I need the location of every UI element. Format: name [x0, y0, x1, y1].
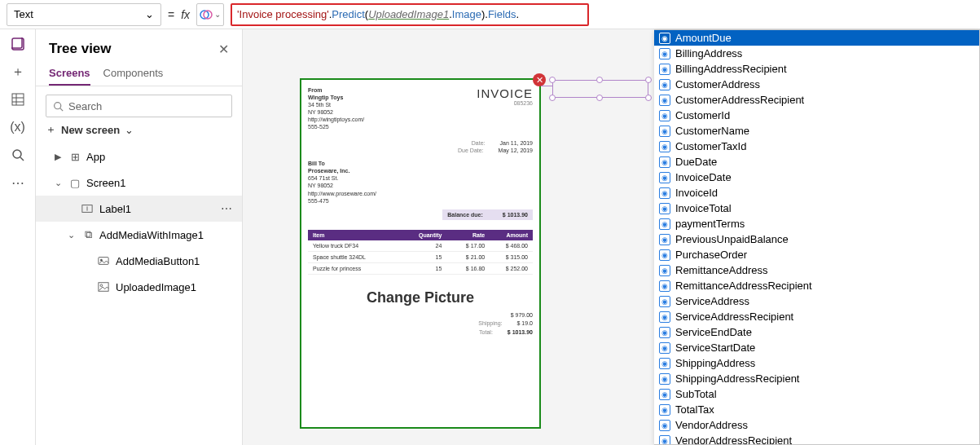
media-button-icon [98, 255, 111, 267]
chevron-down-icon[interactable]: ⌄ [65, 230, 77, 240]
variables-icon[interactable]: (x) [10, 119, 26, 135]
label-icon [81, 203, 94, 214]
intellisense-label: CustomerTaxId [675, 140, 746, 152]
intellisense-label: RemittanceAddressRecipient [675, 280, 812, 292]
screen-icon: ▢ [68, 177, 81, 189]
invoice-preview: From Wingtip Toys 34 5th St NY 98052 htt… [308, 86, 533, 421]
intellisense-item[interactable]: ◉BillingAddressRecipient [654, 61, 979, 77]
intellisense-label: InvoiceDate [675, 171, 732, 183]
tree-item-screen1[interactable]: ⌄ ▢ Screen1 [36, 170, 242, 196]
insert-icon[interactable]: ＋ [10, 64, 26, 80]
tree-search[interactable]: Search [46, 95, 232, 117]
copilot-button[interactable]: ⌄ [196, 3, 224, 26]
chevron-down-icon: ⌄ [214, 10, 221, 19]
intellisense-item[interactable]: ◉InvoiceTotal [654, 200, 979, 216]
field-icon: ◉ [659, 420, 670, 431]
fx-icon[interactable]: fx [181, 8, 190, 21]
group-icon: ⧉ [81, 228, 94, 241]
intellisense-item[interactable]: ◉CustomerAddressRecipient [654, 92, 979, 108]
field-icon: ◉ [659, 296, 670, 307]
more-icon[interactable]: ⋯ [218, 202, 235, 215]
tree-item-uploadedimage[interactable]: UploadedImage1 [36, 274, 242, 300]
intellisense-label: CustomerAddressRecipient [675, 94, 804, 106]
intellisense-label: paymentTerms [675, 218, 745, 230]
intellisense-item[interactable]: ◉RemittanceAddress [654, 262, 979, 278]
tree-item-addmedia[interactable]: ⌄ ⧉ AddMediaWithImage1 [36, 222, 242, 248]
svg-line-11 [60, 108, 63, 110]
intellisense-item[interactable]: ◉InvoiceId [654, 185, 979, 200]
intellisense-label: CustomerAddress [675, 78, 760, 90]
intellisense-label: BillingAddress [675, 47, 742, 59]
invoice-row: Yellow truck DF3424$ 17.00$ 468.00 [308, 240, 533, 252]
tree-item-app[interactable]: ▶ ⊞ App [36, 143, 242, 170]
tab-screens[interactable]: Screens [49, 62, 90, 86]
tree-view-icon[interactable] [10, 36, 26, 52]
search-icon [53, 101, 64, 112]
intellisense-item[interactable]: ◉ServiceEndDate [654, 324, 979, 340]
field-icon: ◉ [659, 203, 670, 214]
intellisense-item[interactable]: ◉ServiceAddressRecipient [654, 309, 979, 324]
delete-icon[interactable]: ✕ [533, 73, 546, 86]
intellisense-label: DueDate [675, 156, 717, 168]
intellisense-dropdown[interactable]: ◉AmountDue◉BillingAddress◉BillingAddress… [654, 29, 980, 445]
intellisense-item[interactable]: ◉CustomerName [654, 123, 979, 139]
intellisense-item[interactable]: ◉ServiceStartDate [654, 340, 979, 355]
intellisense-item[interactable]: ◉paymentTerms [654, 216, 979, 231]
field-icon: ◉ [659, 48, 670, 59]
intellisense-item[interactable]: ◉CustomerAddress [654, 77, 979, 92]
intellisense-item[interactable]: ◉VendorAddress [654, 417, 979, 433]
formula-input[interactable]: 'Invoice processing'.Predict(UploadedIma… [231, 3, 589, 26]
field-icon: ◉ [659, 311, 670, 323]
field-icon: ◉ [659, 156, 670, 168]
intellisense-label: PurchaseOrder [675, 249, 747, 261]
field-icon: ◉ [659, 64, 670, 75]
intellisense-item[interactable]: ◉RemittanceAddressRecipient [654, 278, 979, 293]
intellisense-item[interactable]: ◉SubTotal [654, 386, 979, 402]
plus-icon: ＋ [46, 122, 56, 137]
search-icon[interactable] [10, 147, 26, 163]
intellisense-item[interactable]: ◉TotalTax [654, 402, 979, 417]
field-icon: ◉ [659, 141, 670, 152]
intellisense-item[interactable]: ◉CustomerId [654, 108, 979, 123]
intellisense-item[interactable]: ◉AmountDue [654, 30, 979, 46]
intellisense-item[interactable]: ◉PreviousUnpaidBalance [654, 231, 979, 247]
tree-item-addmediabutton[interactable]: AddMediaButton1 [36, 248, 242, 274]
intellisense-item[interactable]: ◉ShippingAddress [654, 355, 979, 371]
intellisense-label: ShippingAddressRecipient [675, 372, 799, 385]
label1-selection[interactable] [552, 80, 648, 98]
tab-components[interactable]: Components [103, 62, 164, 86]
intellisense-item[interactable]: ◉ShippingAddressRecipient [654, 371, 979, 386]
intellisense-label: VendorAddress [675, 419, 748, 431]
tree-item-label1[interactable]: Label1 ⋯ [36, 196, 242, 222]
intellisense-label: PreviousUnpaidBalance [675, 233, 789, 245]
intellisense-label: ServiceStartDate [675, 341, 755, 354]
field-icon: ◉ [659, 280, 670, 292]
more-icon[interactable]: ⋯ [10, 174, 26, 191]
data-icon[interactable] [10, 91, 26, 108]
close-icon[interactable]: ✕ [218, 42, 229, 57]
intellisense-item[interactable]: ◉DueDate [654, 154, 979, 170]
change-picture-label[interactable]: Change Picture [308, 289, 533, 306]
field-icon: ◉ [659, 33, 670, 44]
new-screen-button[interactable]: ＋ New screen ⌄ [46, 122, 232, 137]
intellisense-label: InvoiceTotal [675, 202, 732, 214]
chevron-down-icon[interactable]: ⌄ [52, 178, 64, 188]
app-icon: ⊞ [68, 151, 81, 163]
uploaded-image-control[interactable]: ✕ From Wingtip Toys 34 5th St NY 98052 h… [300, 78, 541, 429]
intellisense-item[interactable]: ◉InvoiceDate [654, 170, 979, 185]
field-icon: ◉ [659, 126, 670, 137]
chevron-right-icon[interactable]: ▶ [52, 152, 64, 162]
intellisense-item[interactable]: ◉ServiceAddress [654, 293, 979, 309]
intellisense-label: VendorAddressRecipient [675, 434, 792, 445]
property-dropdown[interactable]: Text ⌄ [7, 3, 161, 26]
field-icon: ◉ [659, 110, 670, 121]
intellisense-item[interactable]: ◉BillingAddress [654, 46, 979, 61]
invoice-row: Space shuttle 324DL15$ 21.00$ 315.00 [308, 252, 533, 263]
image-icon [98, 281, 111, 293]
intellisense-label: RemittanceAddress [675, 264, 767, 276]
intellisense-item[interactable]: ◉CustomerTaxId [654, 139, 979, 154]
intellisense-item[interactable]: ◉VendorAddressRecipient [654, 433, 979, 445]
intellisense-label: BillingAddressRecipient [675, 63, 787, 75]
intellisense-item[interactable]: ◉PurchaseOrder [654, 247, 979, 262]
svg-point-10 [55, 102, 61, 108]
